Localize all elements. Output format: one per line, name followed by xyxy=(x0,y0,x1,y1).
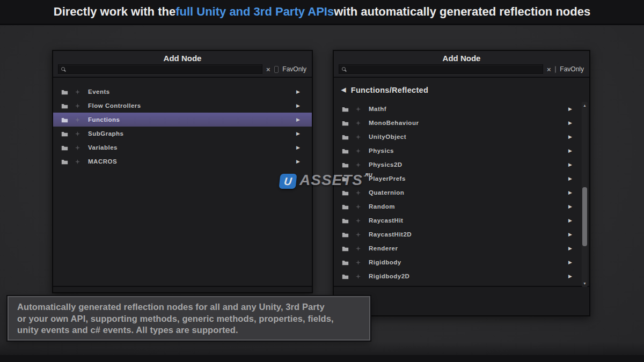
item-label: Rigidbody xyxy=(369,259,401,265)
search-input[interactable] xyxy=(339,65,543,73)
search-icon xyxy=(342,67,346,71)
watermark: U ASSETS .RU xyxy=(280,172,372,189)
fav-only-checkbox[interactable] xyxy=(274,66,279,73)
list-item[interactable]: RaycastHit2D ▶ xyxy=(334,227,589,241)
folder-icon xyxy=(61,89,68,95)
favorite-star-icon[interactable] xyxy=(356,121,361,125)
watermark-brand: ASSETS xyxy=(299,172,363,189)
folder-icon xyxy=(342,120,349,126)
scroll-down-icon[interactable]: ▼ xyxy=(582,282,588,285)
list-item[interactable]: Physics ▶ xyxy=(334,144,589,158)
favorite-star-icon[interactable] xyxy=(356,135,361,139)
list-item[interactable]: Physics2D ▶ xyxy=(334,158,589,172)
watermark-logo-icon: U xyxy=(279,174,297,189)
item-label: UnityObject xyxy=(369,134,406,140)
list-item[interactable]: Rigidbody2D ▶ xyxy=(334,269,589,283)
favorite-star-icon[interactable] xyxy=(356,149,361,153)
dialog-title: Add Node xyxy=(334,51,589,64)
item-label: Variables xyxy=(88,144,118,151)
list-item[interactable]: Mathf ▶ xyxy=(334,102,589,116)
folder-icon xyxy=(342,162,349,168)
item-label: Events xyxy=(88,88,110,95)
list-item[interactable]: MACROS ▶ xyxy=(53,154,312,168)
folder-icon xyxy=(342,148,349,154)
dialog-title: Add Node xyxy=(53,51,312,64)
expand-arrow-icon: ▶ xyxy=(296,159,300,164)
favorite-star-icon[interactable] xyxy=(356,190,361,195)
favorite-star-icon[interactable] xyxy=(356,162,361,167)
search-row: × FavOnly xyxy=(53,64,312,77)
breadcrumb-back[interactable]: ◀ Functions/Reflected xyxy=(334,78,589,102)
item-label: SubGraphs xyxy=(88,130,123,137)
favorite-star-icon[interactable] xyxy=(356,107,361,112)
favorite-star-icon[interactable] xyxy=(356,218,361,223)
favorite-star-icon[interactable] xyxy=(75,117,80,122)
favorite-star-icon[interactable] xyxy=(356,274,361,279)
folder-icon xyxy=(61,131,68,137)
fav-only-label: FavOnly xyxy=(560,65,584,73)
favorite-star-icon[interactable] xyxy=(75,90,80,94)
list-item[interactable]: Rigidbody ▶ xyxy=(334,255,589,269)
list-item[interactable]: Flow Controllers ▶ xyxy=(53,99,312,113)
favorite-star-icon[interactable] xyxy=(75,131,80,136)
item-label: Functions xyxy=(88,116,120,123)
breadcrumb-label: Functions/Reflected xyxy=(351,86,428,94)
list-item[interactable]: MonoBehaviour ▶ xyxy=(334,116,589,130)
expand-arrow-icon: ▶ xyxy=(568,204,572,209)
favorite-star-icon[interactable] xyxy=(356,260,361,265)
list-item[interactable]: Variables ▶ xyxy=(53,141,312,154)
item-label: Mathf xyxy=(369,106,386,112)
item-label: Quaternion xyxy=(369,189,404,196)
fav-only-checkbox[interactable] xyxy=(555,66,557,73)
expand-arrow-icon: ▶ xyxy=(568,106,572,112)
expand-arrow-icon: ▶ xyxy=(296,145,300,150)
expand-arrow-icon: ▶ xyxy=(568,232,572,237)
list-item[interactable]: RaycastHit ▶ xyxy=(334,213,589,227)
favorite-star-icon[interactable] xyxy=(356,232,361,237)
folder-icon xyxy=(342,246,349,252)
expand-arrow-icon: ▶ xyxy=(568,190,572,195)
list-item[interactable]: Events ▶ xyxy=(53,85,312,99)
favorite-star-icon[interactable] xyxy=(75,104,80,108)
item-label: RaycastHit2D xyxy=(369,231,412,238)
folder-icon xyxy=(61,117,68,123)
clear-search-button[interactable]: × xyxy=(547,66,551,73)
search-box[interactable] xyxy=(58,64,262,74)
bottom-gradient xyxy=(0,342,644,355)
folder-icon xyxy=(342,134,349,140)
favorite-star-icon[interactable] xyxy=(356,246,361,251)
item-label: MACROS xyxy=(88,158,117,165)
list-item[interactable]: Functions ▶ xyxy=(53,113,312,127)
fav-only-label: FavOnly xyxy=(282,65,306,73)
headline-text-highlight: full Unity and 3rd Party APIs xyxy=(175,5,334,19)
scrollbar-thumb[interactable] xyxy=(582,187,587,246)
list-item[interactable]: UnityObject ▶ xyxy=(334,130,589,144)
expand-arrow-icon: ▶ xyxy=(568,176,572,181)
favorite-star-icon[interactable] xyxy=(75,159,80,164)
item-label: Flow Controllers xyxy=(88,102,141,109)
list-item[interactable]: SubGraphs ▶ xyxy=(53,127,312,141)
list-item[interactable]: Random ▶ xyxy=(334,200,589,213)
expand-arrow-icon: ▶ xyxy=(296,103,300,108)
folder-icon xyxy=(61,159,68,165)
back-arrow-icon: ◀ xyxy=(341,86,346,93)
headline-text-prefix: Directly work with the xyxy=(54,5,175,19)
search-box[interactable] xyxy=(339,64,543,74)
search-row: × FavOnly xyxy=(334,64,589,77)
favorite-star-icon[interactable] xyxy=(356,204,361,209)
scroll-up-icon[interactable]: ▲ xyxy=(582,104,588,107)
scrollbar[interactable]: ▲ ▼ xyxy=(582,102,588,287)
list-item[interactable]: Renderer ▶ xyxy=(334,241,589,255)
clear-search-button[interactable]: × xyxy=(266,66,270,73)
dialog-footer xyxy=(334,286,589,315)
folder-icon xyxy=(342,190,349,196)
folder-icon xyxy=(61,103,68,109)
node-category-list: Events ▶ Flow Controllers ▶ Functions ▶ … xyxy=(53,77,312,286)
add-node-dialog-left: Add Node × FavOnly Events ▶ Flow Control… xyxy=(52,50,313,293)
item-label: Random xyxy=(369,203,395,210)
expand-arrow-icon: ▶ xyxy=(568,134,572,139)
search-icon xyxy=(61,67,65,71)
item-label: PlayerPrefs xyxy=(369,175,406,182)
search-input[interactable] xyxy=(58,65,262,73)
favorite-star-icon[interactable] xyxy=(75,145,80,150)
